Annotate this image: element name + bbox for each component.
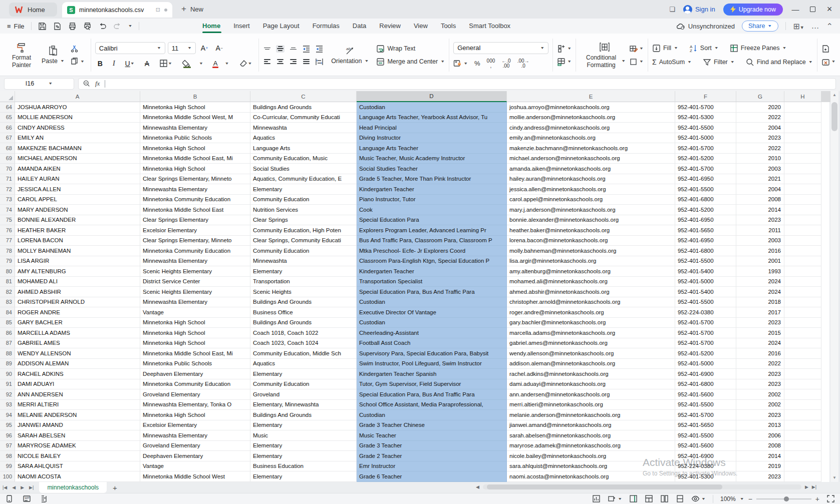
cell-a76[interactable]: HEATHER BAKER xyxy=(15,225,140,236)
zoom-slider-thumb[interactable] xyxy=(784,496,789,501)
cell-a91[interactable]: DAMI ADUAYI xyxy=(15,379,140,390)
row-header-67[interactable]: 67 xyxy=(0,133,15,144)
column-header-h[interactable]: H xyxy=(784,91,821,102)
cell-h96[interactable] xyxy=(784,430,821,441)
add-sheet-button[interactable]: + xyxy=(107,483,123,492)
cell-g70[interactable]: 2003 xyxy=(736,164,784,174)
cell-g65[interactable]: 2022 xyxy=(736,113,784,123)
cell-a100[interactable]: NAOMI ACOSTA xyxy=(15,471,140,482)
cell-c64[interactable]: Buildings And Grounds xyxy=(250,102,357,113)
cell-f77[interactable]: 952-401-6950 xyxy=(675,236,736,246)
cell-b78[interactable]: Minnetonka Community Education xyxy=(140,246,250,256)
row-header-81[interactable]: 81 xyxy=(0,277,15,287)
cell-h72[interactable] xyxy=(784,184,821,195)
cell-e76[interactable]: heather.baker@minnetonkaschools.org xyxy=(507,225,675,236)
column-header-e[interactable]: E xyxy=(507,91,675,102)
cell-g67[interactable]: 2023 xyxy=(736,133,784,144)
cell-g99[interactable]: 2019 xyxy=(736,461,784,472)
cell-g88[interactable]: 2016 xyxy=(736,348,784,359)
cell-style-button[interactable]: ▼ xyxy=(629,58,644,66)
cell-h78[interactable] xyxy=(784,246,821,256)
cell-b81[interactable]: District Service Center xyxy=(140,277,250,287)
cell-b93[interactable]: Minnewashta Elementary, Tonka O xyxy=(140,400,250,410)
side-pane-icon[interactable] xyxy=(629,494,638,503)
sync-status[interactable]: Unsynchronized xyxy=(677,23,735,30)
decrease-indent-icon[interactable] xyxy=(302,45,311,53)
decrease-decimal-button[interactable]: ←.0.00 xyxy=(501,59,510,69)
cell-b68[interactable]: Minnetonka High School xyxy=(140,143,250,154)
row-header-91[interactable]: 91 xyxy=(0,379,15,390)
fullscreen-icon[interactable] xyxy=(826,494,835,503)
row-header-66[interactable]: 66 xyxy=(0,123,15,133)
underline-button[interactable]: U▼ xyxy=(123,59,137,68)
cell-f65[interactable]: 952-401-5300 xyxy=(675,113,736,123)
cell-a90[interactable]: RACHEL ADKINS xyxy=(15,369,140,379)
cell-f89[interactable]: 952-401-5000 xyxy=(675,359,736,369)
column-header-g[interactable]: G xyxy=(736,91,784,102)
row-header-99[interactable]: 99 xyxy=(0,461,15,472)
zoom-search-icon[interactable] xyxy=(83,80,90,87)
cell-e81[interactable]: mohamed.ali@minnetonkaschools.org xyxy=(507,277,675,287)
cell-h70[interactable] xyxy=(784,164,821,174)
cell-c95[interactable]: Elementary xyxy=(250,420,357,431)
cell-f93[interactable]: 952-401-5500 xyxy=(675,400,736,410)
cell-b88[interactable]: Minnetonka Middle School East, Mi xyxy=(140,348,250,359)
cell-c68[interactable]: Language Arts xyxy=(250,143,357,154)
bold-button[interactable]: B xyxy=(95,59,105,68)
cell-d83[interactable]: Custodian xyxy=(357,297,507,308)
row-header-68[interactable]: 68 xyxy=(0,143,15,154)
cell-d93[interactable]: School Office Assistant, Media Paraprofe… xyxy=(357,400,507,410)
cell-f88[interactable]: 952-401-5200 xyxy=(675,348,736,359)
sheet-tab-minnetonkaschools[interactable]: minnetonkaschools xyxy=(39,482,107,493)
upgrade-now-button[interactable]: Upgrade now xyxy=(723,4,783,16)
cell-e84[interactable]: roger.andre@minnetonkaschools.org xyxy=(507,307,675,318)
cell-g97[interactable]: 2008 xyxy=(736,441,784,451)
cell-b75[interactable]: Clear Springs Elementary xyxy=(140,215,250,226)
cell-f66[interactable]: 952-401-5500 xyxy=(675,123,736,133)
cell-e70[interactable]: amanda.aiken@minnetonkaschools.org xyxy=(507,164,675,174)
cell-d67[interactable]: Diving Instructor xyxy=(357,133,507,144)
row-header-85[interactable]: 85 xyxy=(0,318,15,328)
cell-g78[interactable]: 2016 xyxy=(736,246,784,256)
cell-a74[interactable]: MARY ANDERSON xyxy=(15,205,140,215)
cell-b87[interactable]: Minnetonka High School xyxy=(140,338,250,349)
tab-data[interactable]: Data xyxy=(353,19,379,34)
cell-d64[interactable]: Custodian xyxy=(357,102,507,113)
cell-d75[interactable]: Special Education Para xyxy=(357,215,507,226)
scroll-down-icon[interactable]: ▼ xyxy=(830,474,838,482)
cell-b74[interactable]: Minnetonka Middle School East xyxy=(140,205,250,215)
cell-b73[interactable]: Minnetonka Community Education xyxy=(140,195,250,205)
cell-h80[interactable] xyxy=(784,266,821,277)
cell-d86[interactable]: Cheerleading-Assistant xyxy=(357,328,507,338)
cell-b64[interactable]: Minnetonka High School xyxy=(140,102,250,113)
cell-g95[interactable]: 2013 xyxy=(736,420,784,431)
align-bottom-icon[interactable] xyxy=(289,45,298,53)
cell-e90[interactable]: rachel.adkins@minnetonkaschools.org xyxy=(507,369,675,379)
cell-b67[interactable]: Minnetonka Public Schools xyxy=(140,133,250,144)
cell-a73[interactable]: CAROL APPEL xyxy=(15,195,140,205)
cell-c89[interactable]: Aquatics xyxy=(250,359,357,369)
row-header-88[interactable]: 88 xyxy=(0,348,15,359)
cell-a87[interactable]: GABRIEL AMES xyxy=(15,338,140,349)
row-header-74[interactable]: 74 xyxy=(0,205,15,215)
cell-b86[interactable]: Minnetonka High School xyxy=(140,328,250,338)
cell-h65[interactable] xyxy=(784,113,821,123)
cell-c84[interactable]: Business Office xyxy=(250,307,357,318)
cell-g64[interactable]: 2020 xyxy=(736,102,784,113)
find-replace-button[interactable]: Find and Replace▼ xyxy=(746,58,813,67)
cell-c67[interactable]: Aquatics xyxy=(250,133,357,144)
horizontal-scroll-thumb[interactable] xyxy=(487,484,722,489)
cell-c92[interactable]: Groveland xyxy=(250,389,357,400)
row-header-83[interactable]: 83 xyxy=(0,297,15,308)
select-all-corner[interactable] xyxy=(0,91,15,102)
cell-c93[interactable]: Elementary, Minnewashta xyxy=(250,400,357,410)
cell-c65[interactable]: Co-Curricular, Community Educati xyxy=(250,113,357,123)
cell-h82[interactable] xyxy=(784,287,821,297)
cell-e79[interactable]: lisa.argir@minnetonkaschools.org xyxy=(507,256,675,267)
cell-d88[interactable]: Supervisory Para, Special Education Para… xyxy=(357,348,507,359)
prev-sheet-icon[interactable]: ◀ xyxy=(10,485,18,490)
cell-g85[interactable]: 2023 xyxy=(736,318,784,328)
cell-h88[interactable] xyxy=(784,348,821,359)
cell-f78[interactable]: 952-401-6800 xyxy=(675,246,736,256)
cell-a86[interactable]: MARCELLA ADAMS xyxy=(15,328,140,338)
